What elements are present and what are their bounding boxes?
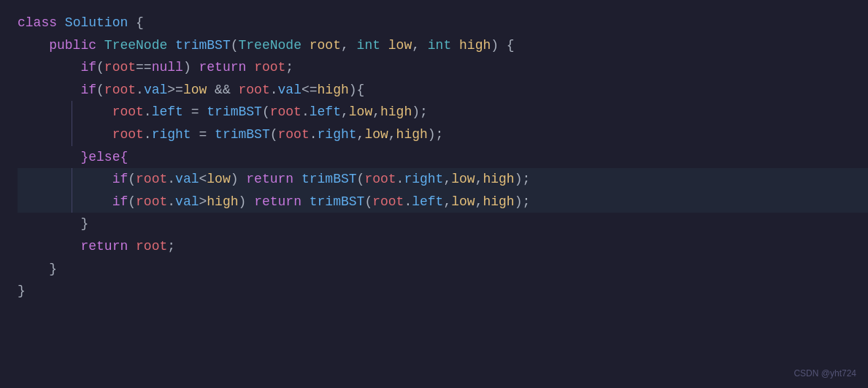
code-line-1: class Solution { [18, 12, 868, 34]
indent-bar-3 [72, 168, 72, 191]
class-name: Solution [65, 12, 128, 34]
code-line-4: if(root.val>=low && root.val<=high){ [18, 79, 868, 102]
watermark: CSDN @yht724 [794, 366, 856, 381]
code-line-12: } [18, 258, 868, 281]
code-line-7: }else{ [18, 146, 868, 169]
indent-bar-2 [72, 123, 72, 146]
code-line-9: if(root.val>high) return trimBST(root.le… [18, 191, 868, 213]
code-line-5: root.left = trimBST(root.left,low,high); [18, 101, 868, 123]
code-line-13: } [18, 280, 868, 303]
method-name: trimBST [175, 34, 231, 57]
keyword-class: class [18, 12, 57, 34]
code-line-3: if(root==null) return root; [18, 56, 868, 79]
code-editor: class Solution { public TreeNode trimBST… [0, 0, 868, 388]
code-line-6: root.right = trimBST(root.right,low,high… [18, 123, 868, 146]
code-line-10: } [18, 213, 868, 235]
code-line-2: public TreeNode trimBST(TreeNode root, i… [18, 34, 868, 57]
indent-bar-4 [72, 191, 72, 213]
keyword-public: public [49, 34, 96, 57]
return-type: TreeNode [104, 34, 167, 57]
code-line-8: if(root.val<low) return trimBST(root.rig… [18, 168, 868, 191]
code-line-11: return root; [18, 235, 868, 258]
indent-bar-1 [72, 101, 72, 123]
